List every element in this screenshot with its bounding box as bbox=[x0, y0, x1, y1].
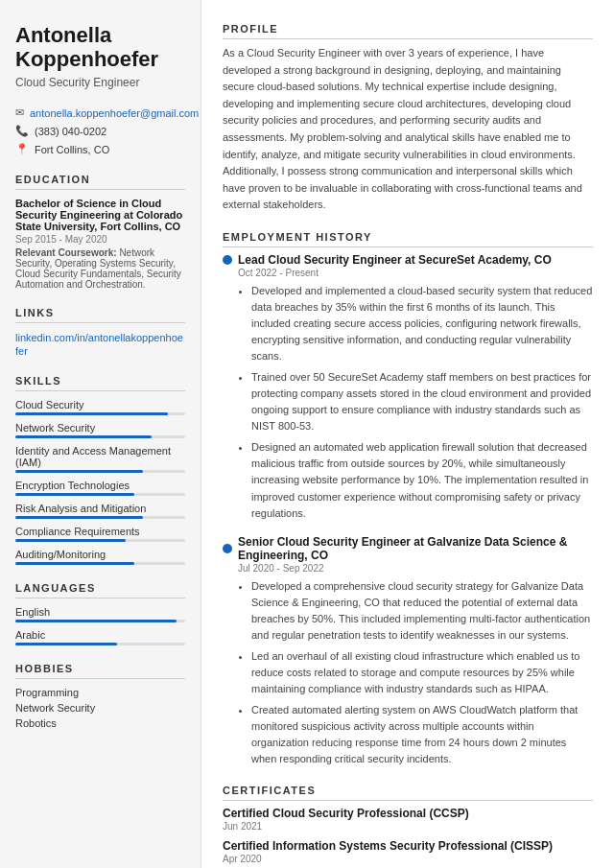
profile-title: PROFILE bbox=[223, 23, 593, 39]
location-contact: 📍 Fort Collins, CO bbox=[15, 143, 185, 156]
skill-item: Cloud Security bbox=[15, 399, 185, 415]
email-contact: ✉ antonella.koppenhoefer@gmail.com bbox=[15, 106, 185, 120]
linkedin-link-container: linkedin.com/in/antonellakoppenhoefer bbox=[15, 331, 185, 358]
location-text: Fort Collins, CO bbox=[35, 144, 109, 155]
languages-list: English Arabic bbox=[15, 606, 185, 645]
education-section-title: EDUCATION bbox=[15, 174, 185, 190]
cert-name: Certified Information Systems Security P… bbox=[223, 839, 593, 853]
cert-date: Jun 2021 bbox=[223, 821, 593, 832]
skill-bar-fill bbox=[15, 562, 134, 565]
language-bar-bg bbox=[15, 620, 185, 622]
education-degree: Bachelor of Science in Cloud Security En… bbox=[15, 198, 185, 232]
skill-item: Network Security bbox=[15, 422, 185, 438]
location-icon: 📍 bbox=[15, 143, 29, 156]
job-date: Jul 2020 - Sep 2022 bbox=[238, 563, 593, 574]
job-dot bbox=[223, 544, 232, 553]
linkedin-link[interactable]: linkedin.com/in/antonellakoppenhoefer bbox=[15, 332, 183, 357]
links-section-title: LINKS bbox=[15, 307, 185, 323]
job-bullet: Created automated alerting system on AWS… bbox=[251, 702, 593, 767]
skill-bar-bg bbox=[15, 562, 185, 565]
language-bar-bg bbox=[15, 643, 185, 645]
skill-bar-fill bbox=[15, 412, 168, 415]
languages-section-title: LANGUAGES bbox=[15, 582, 185, 598]
skill-bar-fill bbox=[15, 470, 143, 473]
job-bullets: Developed and implemented a cloud-based … bbox=[238, 283, 593, 522]
language-label: English bbox=[15, 606, 185, 618]
skill-bar-bg bbox=[15, 470, 185, 473]
skill-item: Identity and Access Management (IAM) bbox=[15, 445, 185, 473]
job-title-text: Senior Cloud Security Engineer at Galvan… bbox=[238, 535, 593, 562]
job-date: Oct 2022 - Present bbox=[238, 268, 593, 278]
job-bullet: Developed and implemented a cloud-based … bbox=[251, 283, 593, 364]
skill-bar-fill bbox=[15, 493, 134, 496]
language-bar-fill bbox=[15, 620, 177, 622]
skill-label: Compliance Requirements bbox=[15, 526, 185, 537]
job-entry: Lead Cloud Security Engineer at SecureSe… bbox=[223, 253, 593, 522]
skill-item: Risk Analysis and Mitigation bbox=[15, 503, 185, 519]
language-label: Arabic bbox=[15, 629, 185, 641]
skill-bar-bg bbox=[15, 435, 185, 438]
skill-item: Auditing/Monitoring bbox=[15, 549, 185, 565]
hobby-item: Network Security bbox=[15, 702, 185, 714]
cert-name: Certified Cloud Security Professional (C… bbox=[223, 807, 593, 820]
hobbies-list: ProgrammingNetwork SecurityRobotics bbox=[15, 687, 185, 729]
phone-icon: 📞 bbox=[15, 125, 29, 138]
skill-bar-bg bbox=[15, 412, 185, 415]
job-bullet: Led an overhaul of all existing cloud in… bbox=[251, 648, 593, 697]
skill-item: Encryption Technologies bbox=[15, 480, 185, 496]
education-coursework: Relevant Coursework: Network Security, O… bbox=[15, 247, 185, 290]
job-bullets: Developed a comprehensive cloud security… bbox=[238, 578, 593, 768]
profile-section: PROFILE As a Cloud Security Engineer wit… bbox=[223, 23, 593, 214]
coursework-label: Relevant Coursework: bbox=[15, 247, 117, 258]
skill-label: Risk Analysis and Mitigation bbox=[15, 503, 185, 514]
language-item: Arabic bbox=[15, 629, 185, 645]
cert-date: Apr 2020 bbox=[223, 854, 593, 864]
skill-bar-fill bbox=[15, 435, 152, 438]
certificate-item: Certified Information Systems Security P… bbox=[223, 839, 593, 864]
jobs-list: Lead Cloud Security Engineer at SecureSe… bbox=[223, 253, 593, 767]
language-item: English bbox=[15, 606, 185, 622]
employment-title: EMPLOYMENT HISTORY bbox=[223, 231, 593, 247]
job-bullet: Developed a comprehensive cloud security… bbox=[251, 578, 593, 644]
phone-number: (383) 040-0202 bbox=[35, 126, 106, 137]
job-title: Lead Cloud Security Engineer at SecureSe… bbox=[223, 253, 593, 267]
phone-contact: 📞 (383) 040-0202 bbox=[15, 125, 185, 138]
skill-label: Auditing/Monitoring bbox=[15, 549, 185, 560]
job-dot bbox=[223, 255, 232, 265]
employment-section: EMPLOYMENT HISTORY Lead Cloud Security E… bbox=[223, 231, 593, 767]
applicant-name: Antonella Koppenhoefer bbox=[15, 23, 185, 72]
certificates-title: CERTIFICATES bbox=[223, 785, 593, 801]
skill-label: Encryption Technologies bbox=[15, 480, 185, 491]
skill-label: Cloud Security bbox=[15, 399, 185, 411]
skill-bar-bg bbox=[15, 516, 185, 519]
applicant-title: Cloud Security Engineer bbox=[15, 76, 185, 89]
hobby-item: Programming bbox=[15, 687, 185, 698]
skills-list: Cloud Security Network Security Identity… bbox=[15, 399, 185, 565]
skill-label: Network Security bbox=[15, 422, 185, 434]
job-title: Senior Cloud Security Engineer at Galvan… bbox=[223, 535, 593, 562]
certificates-section: CERTIFICATES Certified Cloud Security Pr… bbox=[223, 785, 593, 864]
certificate-item: Certified Cloud Security Professional (C… bbox=[223, 807, 593, 832]
education-date: Sep 2015 - May 2020 bbox=[15, 234, 185, 245]
certs-list: Certified Cloud Security Professional (C… bbox=[223, 807, 593, 864]
job-entry: Senior Cloud Security Engineer at Galvan… bbox=[223, 535, 593, 768]
skill-bar-fill bbox=[15, 539, 126, 542]
job-title-text: Lead Cloud Security Engineer at SecureSe… bbox=[238, 253, 552, 267]
language-bar-fill bbox=[15, 643, 117, 645]
email-icon: ✉ bbox=[15, 106, 24, 120]
job-bullet: Designed an automated web application fi… bbox=[251, 439, 593, 521]
skills-section-title: SKILLS bbox=[15, 375, 185, 391]
skill-label: Identity and Access Management (IAM) bbox=[15, 445, 185, 468]
hobbies-section-title: HOBBIES bbox=[15, 663, 185, 679]
job-bullet: Trained over 50 SecureSet Academy staff … bbox=[251, 369, 593, 434]
skill-bar-bg bbox=[15, 493, 185, 496]
skill-bar-bg bbox=[15, 539, 185, 542]
skill-item: Compliance Requirements bbox=[15, 526, 185, 542]
profile-text: As a Cloud Security Engineer with over 3… bbox=[223, 45, 593, 214]
skill-bar-fill bbox=[15, 516, 143, 519]
hobby-item: Robotics bbox=[15, 717, 185, 729]
email-link[interactable]: antonella.koppenhoefer@gmail.com bbox=[30, 107, 199, 119]
